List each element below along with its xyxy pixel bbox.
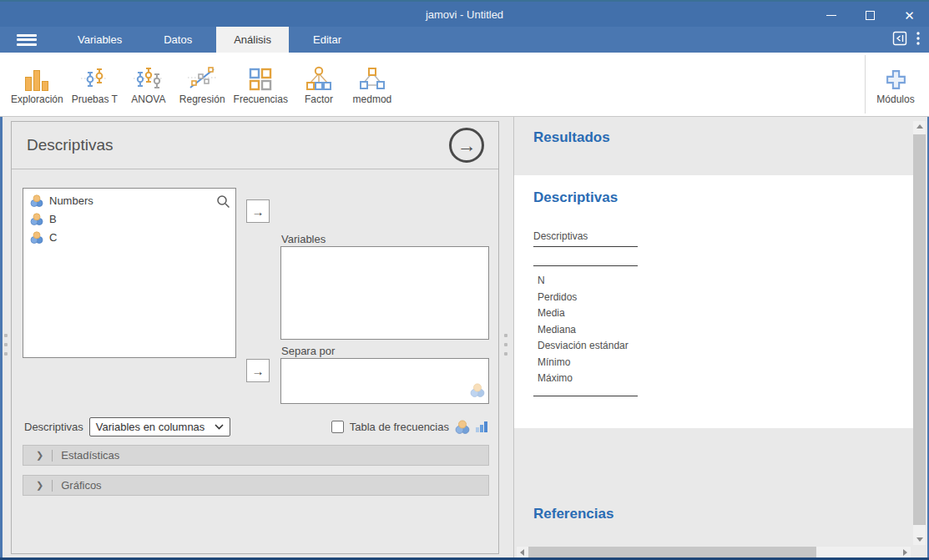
scroll-left-button[interactable] bbox=[517, 547, 528, 557]
ribbon-button-anova[interactable]: ANOVA bbox=[122, 53, 175, 105]
variable-name: Numbers bbox=[49, 194, 93, 207]
ribbon-right-group: Módulos bbox=[865, 53, 929, 116]
more-options-button[interactable] bbox=[916, 31, 921, 49]
section-estadisticas[interactable]: ❯ Estadísticas bbox=[23, 445, 489, 466]
nominal-variable-icon bbox=[470, 383, 485, 401]
minimize-button[interactable] bbox=[811, 2, 851, 28]
frequency-table-label: Tabla de frecuencias bbox=[350, 421, 449, 433]
vertical-scrollbar-thumb[interactable] bbox=[913, 134, 926, 525]
plus-icon bbox=[866, 60, 926, 91]
tab-analisis[interactable]: Análisis bbox=[216, 27, 289, 53]
close-button[interactable]: ✕ bbox=[890, 2, 929, 28]
factor-icon bbox=[296, 60, 341, 91]
chevron-down-icon bbox=[215, 424, 224, 430]
hamburger-menu-button[interactable] bbox=[0, 27, 53, 53]
nominal-variable-icon bbox=[30, 231, 43, 244]
variable-item-c[interactable]: C bbox=[23, 228, 235, 246]
arrow-right-icon: → bbox=[457, 136, 477, 155]
table-row: Máximo bbox=[538, 371, 638, 387]
title-bar: jamovi - Untitled ✕ bbox=[0, 0, 929, 27]
ribbon-button-frecuencias[interactable]: Frecuencias bbox=[230, 53, 292, 105]
maximize-button[interactable] bbox=[851, 2, 890, 28]
move-to-variables-button[interactable]: → bbox=[246, 199, 270, 223]
ribbon-button-pruebas-t[interactable]: Pruebas T bbox=[68, 53, 122, 105]
window-left-edge bbox=[0, 117, 3, 560]
table-row: Perdidos bbox=[538, 290, 638, 306]
jamovi-window: jamovi - Untitled ✕ Variables Datos Anál… bbox=[0, 0, 929, 560]
table-row: N bbox=[538, 273, 638, 290]
move-to-split-button[interactable]: → bbox=[246, 359, 270, 382]
search-icon[interactable] bbox=[216, 194, 230, 212]
left-edge-grip[interactable] bbox=[4, 334, 8, 361]
ribbon-button-regresion[interactable]: Regresión bbox=[175, 53, 230, 105]
variable-name: B bbox=[49, 213, 57, 225]
arrow-right-icon: → bbox=[252, 204, 265, 219]
ribbon-button-exploracion[interactable]: Exploración bbox=[7, 53, 68, 105]
results-vertical-scrollbar[interactable] bbox=[913, 121, 926, 545]
section-divider bbox=[52, 480, 53, 492]
tab-datos[interactable]: Datos bbox=[146, 27, 210, 53]
hamburger-icon bbox=[17, 32, 37, 48]
horizontal-scrollbar-thumb[interactable] bbox=[528, 547, 816, 557]
t-test-icon bbox=[72, 60, 118, 91]
modules-button[interactable]: Módulos bbox=[866, 53, 926, 105]
triangle-down-icon bbox=[916, 537, 923, 542]
nominal-variable-icon bbox=[455, 420, 470, 434]
bar-chart-mini-icon bbox=[476, 421, 487, 432]
tab-editar[interactable]: Editar bbox=[295, 27, 359, 53]
dropdown-value: Variables en columnas bbox=[96, 421, 205, 433]
table-header-row bbox=[533, 247, 638, 266]
frequencies-icon bbox=[234, 60, 288, 91]
panel-splitter-grip[interactable] bbox=[504, 334, 507, 361]
variables-box-label: Variables bbox=[281, 233, 326, 245]
toggle-results-panel-button[interactable] bbox=[892, 31, 907, 49]
scroll-down-button[interactable] bbox=[913, 534, 926, 545]
tab-variables[interactable]: Variables bbox=[60, 27, 139, 53]
variable-name: C bbox=[49, 231, 57, 244]
table-title: Descriptivas bbox=[533, 230, 638, 247]
source-variables-list[interactable]: Numbers B bbox=[23, 188, 236, 358]
triangle-right-icon bbox=[903, 549, 907, 556]
frequency-table-checkbox[interactable] bbox=[331, 421, 344, 433]
variable-item-numbers[interactable]: Numbers bbox=[23, 191, 235, 209]
chevron-right-icon: ❯ bbox=[36, 450, 43, 461]
tabbar-right-controls bbox=[892, 27, 929, 53]
options-panel-header: Descriptivas → bbox=[12, 122, 498, 169]
split-by-target-box[interactable] bbox=[280, 358, 489, 404]
section-graficos[interactable]: ❯ Gráficos bbox=[23, 475, 489, 496]
regression-icon bbox=[179, 60, 225, 91]
scroll-up-button[interactable] bbox=[913, 121, 926, 132]
results-title: Resultados bbox=[533, 129, 610, 146]
table-row: Media bbox=[538, 305, 638, 322]
window-controls: ✕ bbox=[811, 2, 929, 28]
table-row: Desviación estándar bbox=[538, 338, 638, 355]
window-title: jamovi - Untitled bbox=[0, 8, 929, 21]
descriptives-results-card[interactable]: Descriptivas Descriptivas N Perdidos Med… bbox=[514, 175, 913, 428]
scroll-right-button[interactable] bbox=[900, 547, 911, 557]
chevron-right-icon: ❯ bbox=[36, 480, 43, 491]
triangle-left-icon bbox=[520, 549, 524, 556]
options-panel-title: Descriptivas bbox=[27, 136, 113, 154]
collapse-options-button[interactable]: → bbox=[449, 128, 484, 163]
section-label: Gráficos bbox=[61, 479, 101, 492]
variables-target-box[interactable] bbox=[280, 246, 489, 340]
section-label: Estadísticas bbox=[61, 449, 119, 462]
nominal-variable-icon bbox=[30, 194, 43, 207]
variable-item-b[interactable]: B bbox=[23, 209, 235, 228]
ribbon-button-factor[interactable]: Factor bbox=[292, 53, 346, 105]
results-horizontal-scrollbar[interactable] bbox=[517, 547, 911, 557]
maximize-icon bbox=[866, 11, 875, 20]
results-section-title: Descriptivas bbox=[533, 189, 618, 206]
section-divider bbox=[52, 450, 53, 462]
triangle-up-icon bbox=[916, 124, 923, 129]
descriptives-layout-dropdown[interactable]: Variables en columnas bbox=[89, 417, 231, 436]
arrow-right-icon: → bbox=[252, 364, 265, 378]
references-title: Referencias bbox=[533, 506, 613, 522]
descriptives-options-panel: Descriptivas → Numbers bbox=[11, 121, 499, 554]
nominal-variable-icon bbox=[30, 213, 43, 225]
descriptives-dropdown-label: Descriptivas bbox=[24, 421, 83, 433]
options-panel-body: Numbers B bbox=[12, 169, 498, 553]
table-row: Mínimo bbox=[538, 355, 638, 371]
ribbon-button-medmod[interactable]: medmod bbox=[346, 53, 399, 105]
kebab-menu-icon bbox=[916, 31, 921, 46]
